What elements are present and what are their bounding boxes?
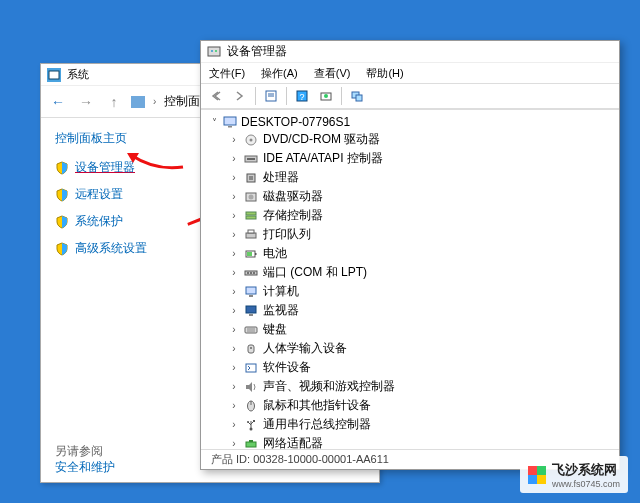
expand-icon[interactable]: › — [229, 248, 239, 259]
tree-node[interactable]: ›电池 — [201, 244, 619, 263]
menu-help[interactable]: 帮助(H) — [366, 66, 403, 81]
disc-icon — [244, 134, 258, 146]
expand-icon[interactable]: › — [229, 286, 239, 297]
expand-icon[interactable]: › — [229, 438, 239, 449]
safety-link[interactable]: 安全和维护 — [55, 459, 115, 476]
tree-node[interactable]: ›磁盘驱动器 — [201, 187, 619, 206]
ide-icon — [244, 153, 258, 165]
expand-icon[interactable]: › — [229, 134, 239, 145]
tree-node[interactable]: ›键盘 — [201, 320, 619, 339]
software-icon — [244, 362, 258, 374]
toolbar-separator — [341, 87, 342, 105]
expand-icon[interactable]: › — [229, 153, 239, 164]
expand-icon[interactable]: › — [229, 191, 239, 202]
expand-icon[interactable]: › — [229, 400, 239, 411]
printer-icon — [244, 229, 258, 241]
root-label: DESKTOP-07796S1 — [241, 115, 350, 129]
shield-icon — [55, 215, 69, 229]
collapse-icon[interactable]: ˅ — [209, 117, 219, 128]
svg-rect-29 — [247, 252, 252, 256]
tree-node[interactable]: ›存储控制器 — [201, 206, 619, 225]
tree-node-label: 打印队列 — [263, 226, 311, 243]
tree-node-label: 存储控制器 — [263, 207, 323, 224]
tree-node[interactable]: ›打印队列 — [201, 225, 619, 244]
svg-rect-37 — [249, 314, 253, 316]
expand-icon[interactable]: › — [229, 172, 239, 183]
help-icon[interactable]: ? — [291, 86, 313, 106]
svg-rect-34 — [246, 287, 256, 294]
expand-icon[interactable]: › — [229, 362, 239, 373]
tree-node-label: 软件设备 — [263, 359, 311, 376]
tree-node[interactable]: ›IDE ATA/ATAPI 控制器 — [201, 149, 619, 168]
expand-icon[interactable]: › — [229, 343, 239, 354]
svg-rect-35 — [249, 295, 253, 297]
sidebar-heading[interactable]: 控制面板主页 — [55, 130, 197, 147]
expand-icon[interactable]: › — [229, 210, 239, 221]
svg-rect-38 — [245, 327, 257, 333]
tree-node-label: 计算机 — [263, 283, 299, 300]
svg-text:?: ? — [299, 92, 304, 102]
forward-icon[interactable] — [229, 86, 251, 106]
sound-icon — [244, 381, 258, 393]
svg-rect-13 — [224, 117, 236, 125]
tree-node[interactable]: ›鼠标和其他指针设备 — [201, 396, 619, 415]
tree-node[interactable]: ›声音、视频和游戏控制器 — [201, 377, 619, 396]
properties-icon[interactable] — [260, 86, 282, 106]
expand-icon[interactable]: › — [229, 305, 239, 316]
svg-rect-52 — [246, 442, 256, 447]
forward-button[interactable]: → — [75, 91, 97, 113]
tree-node[interactable]: ›监视器 — [201, 301, 619, 320]
svg-rect-1 — [208, 47, 220, 56]
tree-node[interactable]: ›端口 (COM 和 LPT) — [201, 263, 619, 282]
dm-titlebar[interactable]: 设备管理器 — [201, 41, 619, 63]
expand-icon[interactable]: › — [229, 419, 239, 430]
tree-node-label: IDE ATA/ATAPI 控制器 — [263, 150, 383, 167]
tree-node[interactable]: ›软件设备 — [201, 358, 619, 377]
watermark: 飞沙系统网 www.fs0745.com — [520, 456, 628, 493]
svg-point-42 — [250, 347, 252, 349]
sidebar-link-label: 系统保护 — [75, 213, 123, 230]
devices-icon[interactable] — [346, 86, 368, 106]
shield-icon — [55, 188, 69, 202]
tree-node[interactable]: ›DVD/CD-ROM 驱动器 — [201, 130, 619, 149]
svg-rect-24 — [246, 216, 256, 219]
svg-rect-25 — [246, 233, 256, 238]
sidebar-link-label: 远程设置 — [75, 186, 123, 203]
expand-icon[interactable]: › — [229, 229, 239, 240]
status-text: 产品 ID: 00328-10000-00001-AA611 — [211, 452, 389, 467]
expand-icon[interactable]: › — [229, 381, 239, 392]
back-icon[interactable] — [205, 86, 227, 106]
tree-node[interactable]: ›处理器 — [201, 168, 619, 187]
tree-root[interactable]: ˅ DESKTOP-07796S1 — [201, 114, 619, 130]
tree-node[interactable]: ›网络适配器 — [201, 434, 619, 449]
expand-icon[interactable]: › — [229, 267, 239, 278]
expand-icon[interactable]: › — [229, 324, 239, 335]
back-button[interactable]: ← — [47, 91, 69, 113]
annotation-arrow — [125, 149, 185, 177]
toolbar-separator — [255, 87, 256, 105]
network-icon — [244, 438, 258, 450]
svg-point-33 — [253, 272, 255, 274]
storage-icon — [244, 210, 258, 222]
svg-rect-12 — [356, 95, 362, 101]
menu-view[interactable]: 查看(V) — [314, 66, 351, 81]
tree-node[interactable]: ›人体学输入设备 — [201, 339, 619, 358]
battery-icon — [244, 248, 258, 260]
tree-node[interactable]: ›通用串行总线控制器 — [201, 415, 619, 434]
sidebar-link[interactable]: 系统保护 — [55, 213, 197, 230]
menu-file[interactable]: 文件(F) — [209, 66, 245, 81]
chevron-right-icon[interactable]: › — [151, 96, 158, 107]
tree-node-label: 人体学输入设备 — [263, 340, 347, 357]
see-also-label: 另请参阅 — [55, 443, 103, 460]
sidebar-link[interactable]: 远程设置 — [55, 186, 197, 203]
tree-node[interactable]: ›计算机 — [201, 282, 619, 301]
sidebar-link[interactable]: 高级系统设置 — [55, 240, 197, 257]
up-button[interactable]: ↑ — [103, 91, 125, 113]
computer-icon — [244, 286, 258, 298]
scan-icon[interactable] — [315, 86, 337, 106]
svg-rect-43 — [246, 364, 256, 372]
port-icon — [244, 267, 258, 279]
device-tree[interactable]: ˅ DESKTOP-07796S1 ›DVD/CD-ROM 驱动器›IDE AT… — [201, 109, 619, 449]
svg-point-2 — [211, 50, 213, 52]
menu-action[interactable]: 操作(A) — [261, 66, 298, 81]
